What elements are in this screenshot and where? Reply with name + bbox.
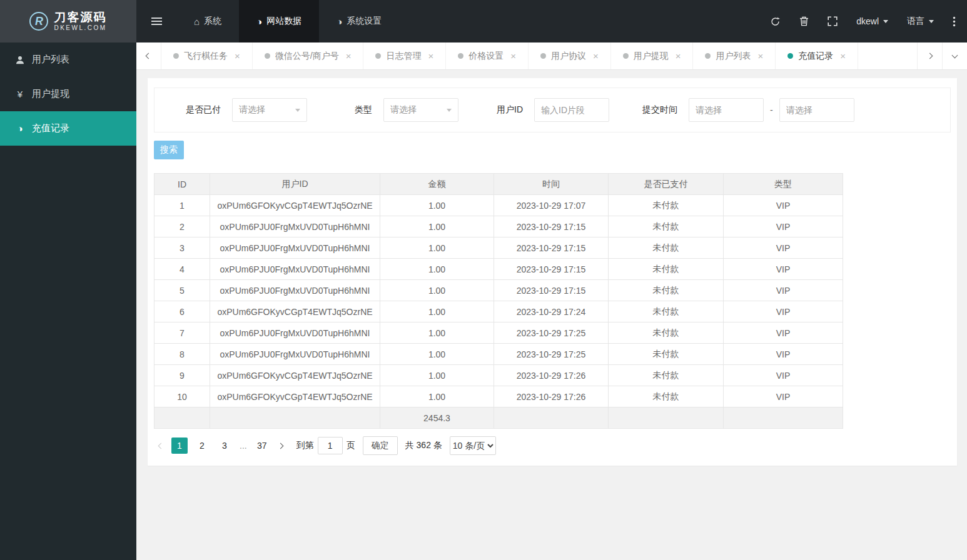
prev-page-button[interactable] <box>154 444 168 448</box>
time-end-input[interactable] <box>779 98 854 122</box>
tab-close-icon[interactable]: × <box>235 51 240 61</box>
table-cell: 未付款 <box>609 365 724 386</box>
menu-toggle-icon <box>151 16 162 27</box>
pie-icon: ◑ <box>256 17 262 26</box>
app-logo: R 刀客源码 DKEWL.COM <box>0 0 136 42</box>
topbar-actions: dkewl 语言 <box>770 0 967 42</box>
tab-4[interactable]: 用户协议× <box>529 42 611 69</box>
language-menu[interactable]: 语言 <box>907 16 934 27</box>
filter-group-type: 类型 请选择 <box>355 98 458 122</box>
table-row: 1oxPUm6GFOKyvCGpT4EWTJq5OzrNE1.002023-10… <box>154 195 843 216</box>
tabs-menu-button[interactable] <box>942 42 967 69</box>
table-cell: 3 <box>154 238 210 259</box>
table-cell: oxPUm6PJU0FrgMxUVD0TupH6hMNI <box>210 216 380 238</box>
table-summary-cell <box>609 408 724 429</box>
time-filter-label: 提交时间 <box>642 104 677 116</box>
tab-close-icon[interactable]: × <box>593 51 599 61</box>
nav-item-system-settings[interactable]: ◑ 系统设置 <box>319 0 399 42</box>
table-cell: 2023-10-29 17:15 <box>494 216 609 238</box>
tab-status-dot <box>623 53 629 59</box>
tab-1[interactable]: 微信公号/商户号× <box>253 42 364 69</box>
page-button-last[interactable]: 37 <box>254 438 270 454</box>
table-row: 9oxPUm6GFOKyvCGpT4EWTJq5OzrNE1.002023-10… <box>154 365 843 386</box>
table-cell: oxPUm6PJU0FrgMxUVD0TupH6hMNI <box>210 344 380 365</box>
table-header-row: ID用户ID金额时间是否已支付类型 <box>154 174 843 195</box>
table-summary-cell <box>494 408 609 429</box>
tab-status-dot <box>375 53 381 59</box>
tabs-scroll-left-button[interactable] <box>136 42 161 69</box>
sidebar-item-user-withdraw[interactable]: ¥ 用户提现 <box>0 77 136 111</box>
chevron-down-icon <box>952 52 958 58</box>
sidebar-item-user-list[interactable]: 用户列表 <box>0 42 136 77</box>
tab-close-icon[interactable]: × <box>676 51 681 61</box>
confirm-page-button[interactable]: 确定 <box>363 436 398 455</box>
tab-close-icon[interactable]: × <box>840 51 846 61</box>
tab-label: 用户提现 <box>634 51 669 62</box>
refresh-icon[interactable] <box>770 16 781 27</box>
table-cell: 10 <box>154 386 210 408</box>
fullscreen-icon[interactable] <box>828 16 838 26</box>
sidebar-toggle-button[interactable] <box>136 0 176 42</box>
table-summary-cell <box>210 408 380 429</box>
userid-input[interactable] <box>534 98 609 122</box>
tab-close-icon[interactable]: × <box>428 51 433 61</box>
app-window: R 刀客源码 DKEWL.COM ⌂ 系统 ◑ 网站数据 ◑ 系统设置 <box>0 0 967 560</box>
tab-6[interactable]: 用户列表× <box>693 42 776 69</box>
paid-filter-select[interactable]: 请选择 <box>232 98 307 122</box>
nav-item-site-data[interactable]: ◑ 网站数据 <box>239 0 319 42</box>
tab-close-icon[interactable]: × <box>757 51 763 61</box>
tab-label: 微信公号/商户号 <box>275 51 339 62</box>
type-filter-label: 类型 <box>355 104 372 116</box>
logo-subtitle: DKEWL.COM <box>54 24 106 31</box>
table-cell: 1.00 <box>380 322 494 344</box>
table-cell: 2 <box>154 216 210 238</box>
user-icon <box>15 56 25 64</box>
trash-icon[interactable] <box>799 16 809 26</box>
tab-strip: 飞行棋任务×微信公号/商户号×日志管理×价格设置×用户协议×用户提现×用户列表×… <box>161 42 917 69</box>
chevron-down-icon <box>295 109 300 112</box>
tab-status-dot <box>173 53 179 59</box>
search-button[interactable]: 搜索 <box>154 141 184 159</box>
type-filter-select[interactable]: 请选择 <box>383 98 458 122</box>
sidebar-item-recharge-records[interactable]: ◑ 充值记录 <box>0 111 136 146</box>
table-cell: 9 <box>154 365 210 386</box>
column-header: 用户ID <box>210 174 380 195</box>
tab-5[interactable]: 用户提现× <box>611 42 694 69</box>
table-cell: VIP <box>724 322 843 344</box>
time-start-input[interactable] <box>689 98 764 122</box>
nav-item-label: 系统设置 <box>347 16 382 27</box>
tab-2[interactable]: 日志管理× <box>363 42 446 69</box>
table-cell: oxPUm6GFOKyvCGpT4EWTJq5OzrNE <box>210 365 380 386</box>
table-cell: VIP <box>724 195 843 216</box>
next-page-button[interactable] <box>273 444 288 448</box>
topbar: R 刀客源码 DKEWL.COM ⌂ 系统 ◑ 网站数据 ◑ 系统设置 <box>0 0 967 42</box>
table-row: 7oxPUm6PJU0FrgMxUVD0TupH6hMNI1.002023-10… <box>154 322 843 344</box>
time-range-separator: - <box>770 105 773 115</box>
nav-item-label: 网站数据 <box>266 16 301 27</box>
filter-form: 是否已付 请选择 类型 请选择 用户ID <box>154 88 951 132</box>
nav-item-system[interactable]: ⌂ 系统 <box>176 0 239 42</box>
page-size-select[interactable]: 10 条/页 <box>450 436 496 455</box>
tab-7[interactable]: 充值记录× <box>776 42 858 69</box>
page-button-1[interactable]: 1 <box>171 438 188 454</box>
table-cell: 未付款 <box>609 259 724 280</box>
tabs-scroll-right-button[interactable] <box>917 42 942 69</box>
goto-page-input[interactable] <box>318 437 343 454</box>
select-placeholder: 请选择 <box>239 104 265 116</box>
tab-3[interactable]: 价格设置× <box>446 42 529 69</box>
more-menu-icon[interactable] <box>953 16 956 27</box>
logo-title: 刀客源码 <box>54 11 106 24</box>
table-cell: 8 <box>154 344 210 365</box>
table-cell: oxPUm6PJU0FrgMxUVD0TupH6hMNI <box>210 280 380 301</box>
chevron-left-icon <box>158 442 165 449</box>
user-menu[interactable]: dkewl <box>856 16 888 26</box>
page-button-3[interactable]: 3 <box>216 438 233 454</box>
tab-0[interactable]: 飞行棋任务× <box>161 42 253 69</box>
table-cell: oxPUm6GFOKyvCGpT4EWTJq5OzrNE <box>210 386 380 408</box>
userid-filter-label: 用户ID <box>497 104 523 116</box>
table-cell: 1.00 <box>380 195 494 216</box>
tab-close-icon[interactable]: × <box>510 51 516 61</box>
tab-status-dot <box>265 53 270 59</box>
page-button-2[interactable]: 2 <box>194 438 210 454</box>
tab-close-icon[interactable]: × <box>346 51 352 61</box>
